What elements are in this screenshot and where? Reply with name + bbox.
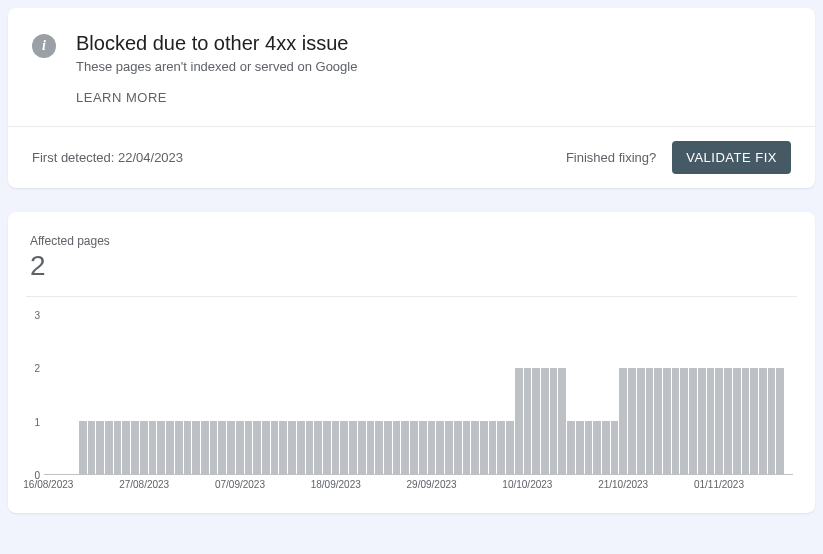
x-tick: 29/09/2023: [407, 479, 457, 490]
validate-fix-button[interactable]: VALIDATE FIX: [672, 141, 791, 174]
first-detected-label: First detected:: [32, 150, 118, 165]
chart-bar: [114, 421, 122, 474]
chart-bar: [332, 421, 340, 474]
chart-bar: [637, 368, 645, 474]
chart-bar: [367, 421, 375, 474]
issue-card: i Blocked due to other 4xx issue These p…: [8, 8, 815, 188]
chart-bar: [506, 421, 514, 474]
chart-bar: [646, 368, 654, 474]
affected-pages-value: 2: [30, 250, 797, 282]
chart-bar: [698, 368, 706, 474]
chart-bar: [585, 421, 593, 474]
chart-bar: [497, 421, 505, 474]
chart-bar: [340, 421, 348, 474]
chart-bar: [715, 368, 723, 474]
chart-bar: [428, 421, 436, 474]
status-bar: First detected: 22/04/2023 Finished fixi…: [8, 126, 815, 188]
chart-bar: [323, 421, 331, 474]
issue-title: Blocked due to other 4xx issue: [76, 32, 791, 55]
chart-bar: [166, 421, 174, 474]
chart-bar: [524, 368, 532, 474]
chart-bar: [105, 421, 113, 474]
chart-bar: [288, 421, 296, 474]
finished-fixing-label: Finished fixing?: [566, 150, 656, 165]
chart-bar: [88, 421, 96, 474]
info-icon: i: [32, 34, 56, 58]
y-tick: 3: [26, 310, 40, 321]
chart-bar: [445, 421, 453, 474]
chart-bar: [210, 421, 218, 474]
chart-bar: [96, 421, 104, 474]
chart-bar: [454, 421, 462, 474]
chart-bar: [410, 421, 418, 474]
chart-bar: [201, 421, 209, 474]
chart-bar: [375, 421, 383, 474]
chart-bar: [550, 368, 558, 474]
chart-bar: [463, 421, 471, 474]
chart-bar: [349, 421, 357, 474]
chart-bar: [192, 421, 200, 474]
chart-bar: [567, 421, 575, 474]
chart-area: 0123: [44, 315, 793, 475]
chart-bar: [79, 421, 87, 474]
chart-bar: [297, 421, 305, 474]
chart-bar: [724, 368, 732, 474]
chart-bar: [768, 368, 776, 474]
chart-bar: [245, 421, 253, 474]
chart-bar: [558, 368, 566, 474]
chart-bar: [306, 421, 314, 474]
chart-card: Affected pages 2 0123 16/08/202327/08/20…: [8, 212, 815, 513]
chart-bar: [279, 421, 287, 474]
chart-bar: [742, 368, 750, 474]
issue-header: i Blocked due to other 4xx issue These p…: [8, 8, 815, 126]
chart-bar: [733, 368, 741, 474]
chart-bar: [576, 421, 584, 474]
chart-bar: [358, 421, 366, 474]
issue-subtitle: These pages aren't indexed or served on …: [76, 59, 791, 74]
first-detected: First detected: 22/04/2023: [32, 150, 566, 165]
chart-bar: [184, 421, 192, 474]
chart-bar: [131, 421, 139, 474]
chart-bar: [750, 368, 758, 474]
first-detected-value: 22/04/2023: [118, 150, 183, 165]
y-tick: 1: [26, 416, 40, 427]
chart-bar: [759, 368, 767, 474]
y-axis: 0123: [26, 315, 40, 475]
chart-bar: [401, 421, 409, 474]
chart-bar: [393, 421, 401, 474]
chart-bar: [611, 421, 619, 474]
x-tick: 07/09/2023: [215, 479, 265, 490]
chart-bar: [122, 421, 130, 474]
chart-bar: [384, 421, 392, 474]
chart-bar: [672, 368, 680, 474]
chart-bar: [419, 421, 427, 474]
plot-area: [44, 315, 793, 475]
chart-bar: [149, 421, 157, 474]
chart-bar: [628, 368, 636, 474]
chart-bar: [471, 421, 479, 474]
affected-pages-label: Affected pages: [30, 234, 797, 248]
chart-bar: [593, 421, 601, 474]
x-tick: 01/11/2023: [694, 479, 744, 490]
chart: 0123 16/08/202327/08/202307/09/202318/09…: [26, 296, 797, 497]
chart-bar: [157, 421, 165, 474]
chart-bar: [602, 421, 610, 474]
chart-bar: [480, 421, 488, 474]
chart-bar: [140, 421, 148, 474]
x-axis: 16/08/202327/08/202307/09/202318/09/2023…: [44, 479, 793, 497]
chart-bar: [236, 421, 244, 474]
chart-bar: [776, 368, 784, 474]
chart-bar: [175, 421, 183, 474]
chart-bar: [680, 368, 688, 474]
chart-bar: [253, 421, 261, 474]
chart-bar: [515, 368, 523, 474]
chart-bar: [654, 368, 662, 474]
chart-bar: [227, 421, 235, 474]
learn-more-link[interactable]: LEARN MORE: [76, 90, 167, 105]
chart-bar: [489, 421, 497, 474]
chart-bar: [314, 421, 322, 474]
header-text: Blocked due to other 4xx issue These pag…: [76, 32, 791, 106]
x-tick: 21/10/2023: [598, 479, 648, 490]
y-tick: 2: [26, 363, 40, 374]
chart-bar: [262, 421, 270, 474]
